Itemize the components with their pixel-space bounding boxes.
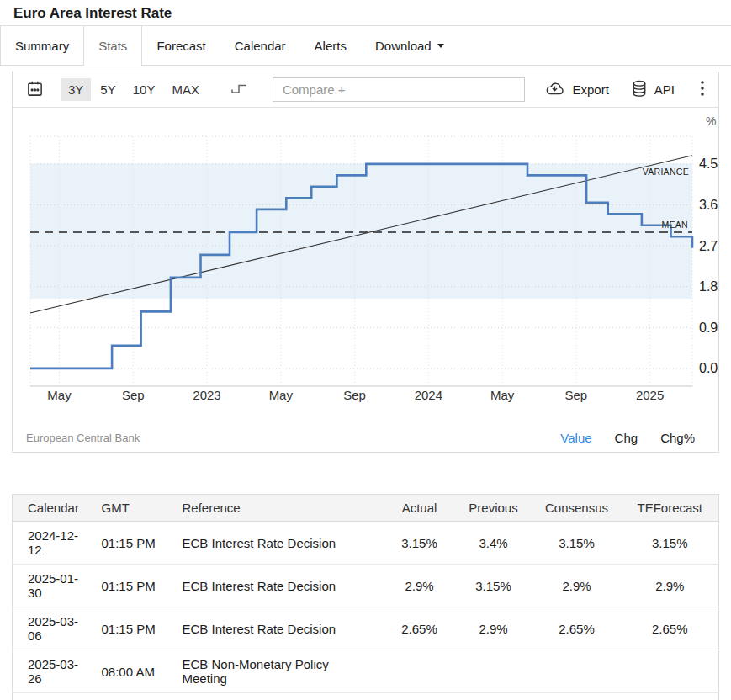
event-consensus: 2.9% [532, 565, 622, 607]
export-label: Export [572, 82, 608, 97]
range-selector: 3Y5Y10YMAX [61, 78, 207, 101]
event-date: 2025-03-27 [13, 693, 92, 700]
more-options-button[interactable] [691, 78, 708, 101]
y-axis-tick-label: 4.5 [699, 156, 718, 171]
table-row[interactable]: 2025-03-2608:00 AMECB Non-Monetary Polic… [13, 650, 719, 693]
event-consensus: 2.65% [532, 607, 622, 650]
event-time: 08:00 AM [92, 693, 172, 700]
calendar-icon [26, 80, 44, 100]
event-consensus [532, 650, 622, 693]
x-axis-tick-label: May [269, 388, 294, 402]
event-teforecast [622, 693, 719, 700]
column-header-reference: Reference [172, 495, 384, 522]
event-actual: 2.9% [384, 565, 455, 607]
footer-link-chg[interactable]: Chg [615, 431, 638, 445]
chevron-down-icon [437, 44, 444, 48]
event-consensus [532, 693, 622, 700]
page-header: Euro Area Interest Rate [0, 0, 731, 26]
range-button-5y[interactable]: 5Y [93, 78, 123, 101]
table-row[interactable]: 2025-01-3001:15 PMECB Interest Rate Deci… [13, 565, 719, 607]
y-axis-tick-label: 2.7 [699, 239, 718, 253]
x-axis-tick-label: May [490, 388, 515, 402]
api-button[interactable]: API [626, 77, 680, 103]
tab-calendar[interactable]: Calendar [220, 26, 300, 65]
tab-label: Summary [15, 39, 69, 53]
footer-link-value[interactable]: Value [560, 431, 591, 445]
tab-summary[interactable]: Summary [0, 26, 84, 65]
column-header-teforecast: TEForecast [622, 495, 719, 522]
table-body: 2024-12-1201:15 PMECB Interest Rate Deci… [13, 522, 719, 700]
variance-band [30, 163, 692, 298]
event-teforecast: 2.9% [622, 565, 719, 607]
event-date: 2025-01-30 [13, 565, 92, 607]
table-header: CalendarGMTReferenceActualPreviousConsen… [13, 495, 719, 522]
tab-label: Forecast [156, 39, 205, 53]
event-reference: ECB Interest Rate Decision [172, 607, 384, 650]
tab-forecast[interactable]: Forecast [142, 26, 220, 65]
mean-label: MEAN [661, 220, 688, 230]
event-time: 01:15 PM [92, 565, 172, 607]
compare-input[interactable] [273, 77, 525, 102]
export-cloud-icon [544, 81, 565, 98]
x-axis-tick-label: Sep [122, 388, 145, 402]
event-date: 2025-03-26 [13, 650, 92, 693]
range-button-max[interactable]: MAX [164, 78, 207, 101]
event-previous [455, 693, 532, 700]
event-teforecast [622, 650, 719, 693]
event-actual: 2.65% [384, 607, 455, 650]
tab-stats[interactable]: Stats [84, 26, 142, 65]
chart-footer: European Central Bank ValueChgChg% [13, 427, 718, 452]
rate-chart: VARIANCEMEAN4.53.62.71.80.90.0%MaySep202… [13, 108, 718, 427]
event-previous [455, 650, 532, 693]
x-axis-tick-label: 2025 [636, 388, 664, 402]
event-consensus: 3.15% [532, 522, 622, 565]
table-row[interactable]: 2024-12-1201:15 PMECB Interest Rate Deci… [13, 522, 719, 565]
x-axis-tick-label: Sep [565, 388, 588, 402]
event-reference: ECB General Council Meeting [172, 693, 384, 700]
y-axis-tick-label: 0.0 [699, 361, 718, 375]
table-row[interactable]: 2025-03-2708:00 AMECB General Council Me… [13, 693, 719, 700]
source-attribution: European Central Bank [26, 432, 140, 444]
tab-alerts[interactable]: Alerts [300, 26, 361, 65]
kebab-menu-icon [700, 80, 705, 99]
event-time: 01:15 PM [92, 522, 172, 565]
column-header-actual: Actual [384, 495, 455, 522]
y-axis-tick-label: 3.6 [699, 198, 718, 212]
export-button[interactable]: Export [539, 77, 613, 102]
event-previous: 3.4% [455, 522, 532, 565]
x-axis-tick-label: Sep [343, 388, 366, 402]
event-actual [384, 650, 455, 693]
date-range-calendar-button[interactable] [23, 77, 47, 103]
column-header-gmt: GMT [92, 495, 172, 522]
database-icon [631, 80, 648, 100]
chart-type-button[interactable] [227, 78, 252, 101]
event-teforecast: 3.15% [622, 522, 719, 565]
range-button-10y[interactable]: 10Y [125, 78, 163, 101]
tab-download[interactable]: Download [361, 26, 458, 65]
x-axis-tick-label: 2024 [415, 388, 442, 402]
range-button-3y[interactable]: 3Y [61, 78, 91, 101]
step-line-icon [230, 82, 249, 98]
tab-label: Calendar [235, 39, 286, 53]
event-reference: ECB Non-Monetary Policy Meeting [172, 650, 384, 693]
toolbar-right: Export API [539, 77, 708, 103]
tab-bar: SummaryStatsForecastCalendarAlertsDownlo… [0, 26, 731, 66]
page-title: Euro Area Interest Rate [13, 5, 172, 21]
event-date: 2025-03-06 [13, 607, 92, 650]
chart-toolbar: 3Y5Y10YMAX Export [13, 72, 718, 108]
tab-label: Download [375, 39, 432, 53]
column-header-consensus: Consensus [532, 495, 622, 522]
value-mode-links: ValueChgChg% [560, 431, 695, 445]
event-actual: 3.15% [384, 522, 455, 565]
event-time: 01:15 PM [92, 607, 172, 650]
chart-card: 3Y5Y10YMAX Export [12, 72, 719, 453]
calendar-events-table: CalendarGMTReferenceActualPreviousConsen… [12, 494, 719, 700]
event-reference: ECB Interest Rate Decision [172, 522, 384, 565]
footer-link-chgpct[interactable]: Chg% [660, 431, 695, 445]
column-header-calendar: Calendar [13, 495, 92, 522]
chart-area: VARIANCEMEAN4.53.62.71.80.90.0%MaySep202… [13, 108, 718, 427]
table-row[interactable]: 2025-03-0601:15 PMECB Interest Rate Deci… [13, 607, 719, 650]
y-axis-tick-label: 1.8 [699, 279, 718, 294]
api-label: API [654, 82, 675, 97]
event-date: 2024-12-12 [13, 522, 92, 565]
